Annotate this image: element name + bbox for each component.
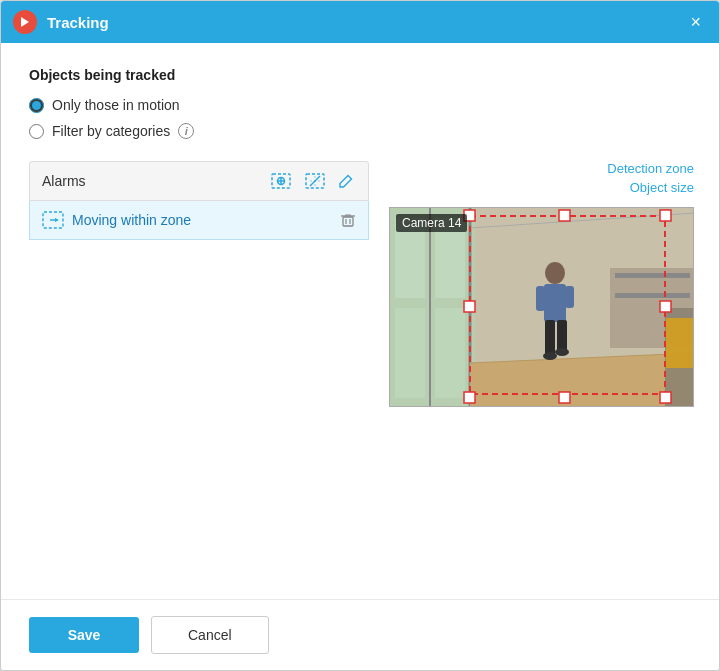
detection-zone-link[interactable]: Detection zone <box>607 161 694 176</box>
dialog-title: Tracking <box>47 14 684 31</box>
radio-row-motion: Only those in motion <box>29 97 691 113</box>
add-zone-icon <box>270 172 292 190</box>
svg-rect-45 <box>660 392 671 403</box>
svg-rect-40 <box>470 216 665 394</box>
radio-filter[interactable] <box>29 124 44 139</box>
svg-rect-11 <box>343 217 353 226</box>
dialog-tracking: Tracking × Objects being tracked Only th… <box>0 0 720 671</box>
main-area: Alarms <box>29 161 691 583</box>
delete-icon <box>340 212 356 228</box>
svg-rect-43 <box>559 210 570 221</box>
camera-preview: Camera 14 <box>389 207 694 407</box>
alarm-row-moving-within-zone[interactable]: Moving within zone <box>29 201 369 240</box>
objects-section-label: Objects being tracked <box>29 67 691 83</box>
close-button[interactable]: × <box>684 9 707 35</box>
right-panel: Detection zone Object size Camera 14 <box>389 161 694 583</box>
radio-row-filter: Filter by categories i <box>29 123 691 139</box>
logo-icon <box>18 15 32 29</box>
add-line-alarm-button[interactable] <box>302 170 328 192</box>
alarm-type-icon <box>42 211 64 229</box>
save-button[interactable]: Save <box>29 617 139 653</box>
info-icon[interactable]: i <box>178 123 194 139</box>
alarm-row-label: Moving within zone <box>72 212 332 228</box>
content-area: Objects being tracked Only those in moti… <box>1 43 719 599</box>
svg-marker-10 <box>55 218 59 222</box>
camera-label: Camera 14 <box>396 214 467 232</box>
svg-rect-42 <box>660 210 671 221</box>
titlebar: Tracking × <box>1 1 719 43</box>
object-size-link[interactable]: Object size <box>630 180 694 195</box>
links-area: Detection zone Object size <box>607 161 694 195</box>
left-panel: Alarms <box>29 161 369 583</box>
svg-rect-46 <box>559 392 570 403</box>
app-logo <box>13 10 37 34</box>
radio-filter-label[interactable]: Filter by categories <box>52 123 170 139</box>
footer: Save Cancel <box>1 599 719 670</box>
edit-icon <box>338 173 354 189</box>
cancel-button[interactable]: Cancel <box>151 616 269 654</box>
camera-scene <box>390 208 693 406</box>
add-line-icon <box>304 172 326 190</box>
svg-rect-47 <box>464 301 475 312</box>
svg-rect-48 <box>660 301 671 312</box>
radio-motion[interactable] <box>29 98 44 113</box>
svg-rect-44 <box>464 392 475 403</box>
alarms-bar: Alarms <box>29 161 369 201</box>
radio-motion-label[interactable]: Only those in motion <box>52 97 180 113</box>
svg-marker-0 <box>21 17 29 27</box>
delete-alarm-button[interactable] <box>340 212 356 228</box>
detection-zone-overlay <box>390 208 694 407</box>
alarms-label: Alarms <box>42 173 260 189</box>
edit-alarm-button[interactable] <box>336 171 356 191</box>
add-zone-alarm-button[interactable] <box>268 170 294 192</box>
zone-icon <box>42 211 64 229</box>
